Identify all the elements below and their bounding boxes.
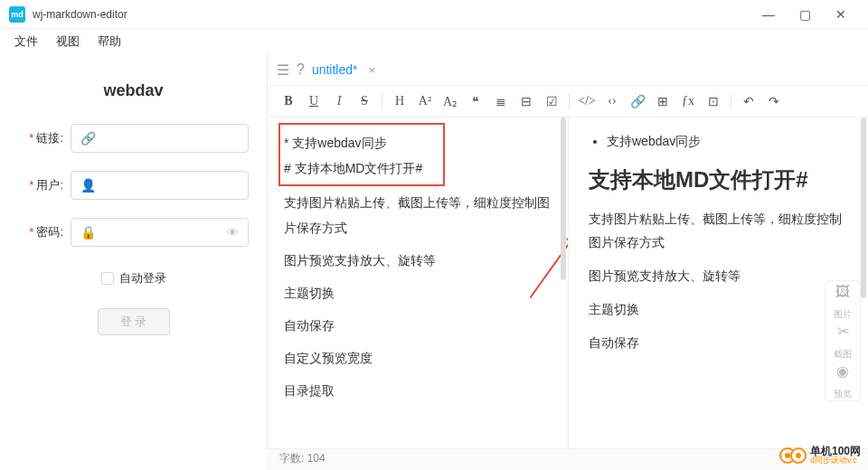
superscript-button[interactable]: A²: [413, 89, 437, 113]
image-icon: 🖼: [835, 279, 850, 306]
menu-view[interactable]: 视图: [49, 32, 87, 52]
close-button[interactable]: ✕: [823, 2, 859, 27]
editor-scrollbar[interactable]: [561, 118, 566, 470]
formula-button[interactable]: ƒx: [676, 89, 700, 113]
strike-button[interactable]: S: [353, 89, 376, 113]
minimize-button[interactable]: —: [750, 2, 787, 27]
auto-login-label: 自动登录: [119, 270, 166, 287]
preview-paragraph: 主题切换: [589, 298, 848, 321]
titlebar: md wj-markdown-editor — ▢ ✕: [0, 0, 868, 29]
separator: [731, 93, 731, 109]
editor-area: ☰ ? untitled* × B U I S H A² A₂ ❝ ≣ ⊟ ☑ …: [267, 54, 868, 470]
panes: * 支持webdav同步 # 支持本地MD文件打开# 支持图片粘贴上传、截图上传…: [268, 118, 868, 470]
preview-bullet: 支持webdav同步: [607, 130, 848, 153]
user-row: *用户: 👤: [18, 171, 249, 200]
app-icon: md: [9, 6, 25, 23]
link-row: *链接: 🔗: [18, 124, 249, 153]
watermark-logo-icon: [779, 447, 807, 464]
window-title: wj-markdown-editor: [33, 8, 127, 21]
window-controls: — ▢ ✕: [750, 2, 859, 27]
preview-paragraph: 自动保存: [589, 332, 848, 354]
lock-icon: 🔒: [80, 225, 96, 240]
user-input[interactable]: 👤: [71, 171, 249, 200]
preview-pane: 支持webdav同步 支持本地MD文件打开# 支持图片粘贴上传、截图上传等，细粒…: [568, 118, 868, 470]
floating-tools: 🖼图片 ✂截图 ◉预览: [825, 280, 861, 401]
editor-line[interactable]: 目录提取: [284, 378, 552, 403]
char-count: 104: [307, 452, 326, 465]
undo-button[interactable]: ↶: [737, 89, 760, 113]
tab-bar: ☰ ? untitled* ×: [268, 54, 868, 85]
subscript-button[interactable]: A₂: [439, 89, 462, 113]
link-icon: 🔗: [80, 131, 96, 146]
editor-line[interactable]: 图片预览支持放大、旋转等: [284, 248, 552, 273]
eye-icon[interactable]: 👁: [227, 226, 239, 240]
preview-heading: 支持本地MD文件打开#: [589, 165, 848, 193]
underline-button[interactable]: U: [302, 89, 326, 113]
preview-paragraph: 支持图片粘贴上传、截图上传等，细粒度控制图片保存方式: [589, 208, 848, 253]
tab-name[interactable]: untitled*: [312, 62, 358, 77]
bold-button[interactable]: B: [277, 89, 300, 113]
menubar: 文件 视图 帮助: [0, 29, 868, 54]
sidebar: webdav *链接: 🔗 *用户: 👤 *密码: 🔒 👁 自动登录 登 录: [0, 54, 267, 470]
outline-icon[interactable]: ☰: [277, 61, 289, 79]
editor-line[interactable]: 主题切换: [284, 280, 552, 306]
char-count-label: 字数:: [279, 452, 304, 465]
auto-login-checkbox[interactable]: [101, 272, 114, 285]
ft-image[interactable]: 🖼图片: [826, 281, 860, 321]
ft-screenshot[interactable]: ✂截图: [826, 321, 860, 361]
watermark: 单机100网 d同步滚动v.c: [779, 446, 861, 465]
link-button[interactable]: 🔗: [626, 89, 649, 113]
sidebar-title: webdav: [103, 81, 163, 100]
login-button[interactable]: 登 录: [98, 308, 170, 335]
watermark-sub: d同步滚动v.c: [810, 456, 861, 465]
ft-preview[interactable]: ◉预览: [826, 361, 860, 400]
password-label: *密码:: [18, 224, 63, 240]
quote-button[interactable]: ❝: [464, 89, 487, 113]
main: webdav *链接: 🔗 *用户: 👤 *密码: 🔒 👁 自动登录 登 录 ☰…: [0, 54, 868, 470]
password-input[interactable]: 🔒 👁: [71, 218, 249, 247]
codeblock-button[interactable]: </>: [575, 89, 599, 113]
menu-file[interactable]: 文件: [7, 32, 45, 52]
image-button[interactable]: ⊡: [702, 89, 725, 113]
italic-button[interactable]: I: [327, 89, 351, 113]
user-label: *用户:: [18, 177, 63, 193]
editor-line[interactable]: 自动保存: [284, 313, 552, 338]
editor-line[interactable]: 支持图片粘贴上传、截图上传等，细粒度控制图片保存方式: [284, 190, 552, 240]
checklist-button[interactable]: ☑: [540, 89, 563, 113]
editor-line[interactable]: * 支持webdav同步: [284, 130, 552, 155]
scissors-icon: ✂: [837, 319, 849, 345]
editor-line[interactable]: 自定义预览宽度: [284, 345, 552, 371]
editor-pane[interactable]: * 支持webdav同步 # 支持本地MD文件打开# 支持图片粘贴上传、截图上传…: [268, 118, 568, 470]
user-icon: 👤: [80, 178, 96, 193]
link-label: *链接:: [18, 130, 63, 146]
separator: [569, 93, 570, 109]
editor-line[interactable]: # 支持本地MD文件打开#: [284, 155, 552, 181]
inlinecode-button[interactable]: ‹›: [600, 89, 624, 113]
auto-login-row[interactable]: 自动登录: [101, 270, 166, 287]
toolbar: B U I S H A² A₂ ❝ ≣ ⊟ ☑ </> ‹› 🔗 ⊞ ƒx ⊡ …: [268, 85, 868, 118]
preview-scrollbar[interactable]: [861, 118, 866, 470]
separator: [382, 93, 382, 109]
tab-help-icon[interactable]: ?: [297, 61, 305, 78]
maximize-button[interactable]: ▢: [787, 2, 823, 27]
heading-button[interactable]: H: [388, 89, 411, 113]
eye-icon: ◉: [836, 359, 849, 385]
redo-button[interactable]: ↷: [762, 89, 786, 113]
ul-button[interactable]: ≣: [489, 89, 513, 113]
password-row: *密码: 🔒 👁: [18, 218, 249, 247]
menu-help[interactable]: 帮助: [90, 32, 128, 52]
preview-paragraph: 图片预览支持放大、旋转等: [589, 265, 848, 287]
link-input[interactable]: 🔗: [71, 124, 249, 153]
statusbar: 字数: 104: [267, 448, 868, 470]
tab-close-icon[interactable]: ×: [369, 63, 376, 77]
ol-button[interactable]: ⊟: [514, 89, 538, 113]
table-button[interactable]: ⊞: [651, 89, 675, 113]
